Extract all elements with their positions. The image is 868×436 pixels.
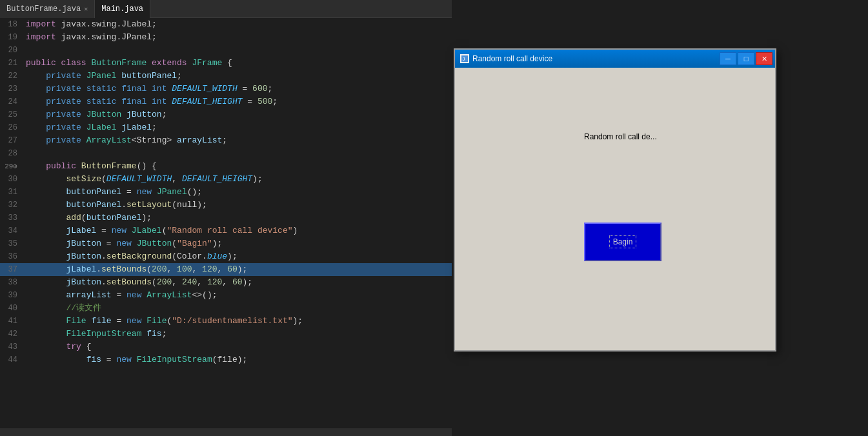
line-content: jButton = new JButton("Bagin"); bbox=[23, 237, 222, 250]
code-line: 25 private JButton jButton; bbox=[0, 108, 452, 121]
line-content: //读文件 bbox=[23, 302, 101, 315]
line-number: 37 bbox=[0, 263, 23, 276]
swing-title-buttons: ─ □ ✕ bbox=[720, 52, 772, 65]
swing-label: Random roll call de... bbox=[584, 132, 657, 141]
code-line: 32 buttonPanel.setLayout(null); bbox=[0, 199, 452, 212]
line-content: File file = new File("D:/studentnamelist… bbox=[23, 315, 303, 328]
line-number: 38 bbox=[0, 276, 23, 289]
line-number: 41 bbox=[0, 315, 23, 328]
line-content: public class ButtonFrame extends JFrame … bbox=[23, 57, 232, 70]
code-line: 22 private JPanel buttonPanel; bbox=[0, 70, 452, 83]
line-number: 43 bbox=[0, 341, 23, 353]
code-area: 18import javax.swing.JLabel;19import jav… bbox=[0, 18, 452, 423]
code-line: 29⊕ public ButtonFrame() { bbox=[0, 160, 452, 173]
code-line: 19import javax.swing.JPanel; bbox=[0, 31, 452, 44]
code-line: 33 add(buttonPanel); bbox=[0, 212, 452, 224]
line-content: private static final int DEFAULT_WIDTH =… bbox=[23, 83, 272, 95]
code-line: 41 File file = new File("D:/studentnamel… bbox=[0, 315, 452, 328]
code-line: 18import javax.swing.JLabel; bbox=[0, 18, 452, 31]
line-content: buttonPanel = new JPanel(); bbox=[23, 186, 202, 199]
line-number: 21 bbox=[0, 57, 23, 70]
line-number: 25 bbox=[0, 108, 23, 121]
line-number: 19 bbox=[0, 31, 23, 44]
line-number: 26 bbox=[0, 121, 23, 134]
line-content: jLabel.setBounds(200, 100, 120, 60); bbox=[23, 263, 247, 276]
line-content: setSize(DEFAULT_WIDTH, DEFAULT_HEIGHT); bbox=[23, 173, 263, 186]
tab-buttonframe-label: ButtonFrame.java bbox=[6, 5, 81, 14]
line-number: 30 bbox=[0, 173, 23, 186]
line-content: import javax.swing.JLabel; bbox=[23, 18, 157, 31]
line-content: private static final int DEFAULT_HEIGHT … bbox=[23, 95, 278, 108]
line-number: 44 bbox=[0, 353, 23, 366]
tab-buttonframe-close[interactable]: ✕ bbox=[84, 5, 88, 13]
line-content: private JPanel buttonPanel; bbox=[23, 70, 182, 83]
line-number: 22 bbox=[0, 70, 23, 83]
line-number: 27 bbox=[0, 134, 23, 147]
line-content: try { bbox=[23, 341, 91, 353]
tab-buttonframe[interactable]: ButtonFrame.java ✕ bbox=[0, 0, 95, 18]
swing-begin-button[interactable]: Bagin bbox=[584, 223, 661, 261]
line-content: private ArrayList<String> arrayList; bbox=[23, 134, 227, 147]
line-content: arrayList = new ArrayList<>(); bbox=[23, 289, 217, 302]
line-content: private JLabel jLabel; bbox=[23, 121, 157, 134]
swing-close-button[interactable]: ✕ bbox=[756, 52, 772, 65]
line-content: jLabel = new JLabel("Random roll call de… bbox=[23, 224, 298, 237]
line-number: 20 bbox=[0, 44, 23, 57]
line-content: fis = new FileInputStream(file); bbox=[23, 353, 247, 366]
tab-main[interactable]: Main.java bbox=[95, 0, 150, 18]
line-number: 40 bbox=[0, 302, 23, 315]
close-icon: ✕ bbox=[762, 55, 767, 63]
editor-panel: ButtonFrame.java ✕ Main.java 18import ja… bbox=[0, 0, 452, 436]
swing-content: Random roll call de... Bagin bbox=[455, 68, 775, 350]
line-number: 31 bbox=[0, 186, 23, 199]
line-number: 35 bbox=[0, 237, 23, 250]
swing-title-text: Random roll call device bbox=[472, 54, 552, 63]
line-content: FileInputStream fis; bbox=[23, 328, 167, 341]
code-line: 24 private static final int DEFAULT_HEIG… bbox=[0, 95, 452, 108]
line-number: 29⊕ bbox=[0, 160, 23, 173]
line-number: 23 bbox=[0, 83, 23, 95]
swing-minimize-button[interactable]: ─ bbox=[720, 52, 736, 65]
swing-maximize-button[interactable]: □ bbox=[738, 52, 754, 65]
line-number: 24 bbox=[0, 95, 23, 108]
line-number: 18 bbox=[0, 18, 23, 31]
code-line: 40 //读文件 bbox=[0, 302, 452, 315]
code-line: 36 jButton.setBackground(Color.blue); bbox=[0, 250, 452, 263]
swing-app-icon: J bbox=[460, 54, 469, 63]
line-content: jButton.setBounds(200, 240, 120, 60); bbox=[23, 276, 252, 289]
swing-begin-button-label: Bagin bbox=[609, 235, 637, 248]
line-number: 32 bbox=[0, 199, 23, 212]
line-number: 39 bbox=[0, 289, 23, 302]
horizontal-scrollbar[interactable] bbox=[0, 428, 452, 436]
svg-text:J: J bbox=[462, 56, 465, 62]
line-number: 28 bbox=[0, 147, 23, 160]
line-content: public ButtonFrame() { bbox=[23, 160, 157, 173]
line-number: 42 bbox=[0, 328, 23, 341]
code-line: 27 private ArrayList<String> arrayList; bbox=[0, 134, 452, 147]
line-content: add(buttonPanel); bbox=[23, 212, 152, 224]
code-line: 26 private JLabel jLabel; bbox=[0, 121, 452, 134]
swing-title-left: J Random roll call device bbox=[460, 54, 552, 63]
code-line: 28 bbox=[0, 147, 452, 160]
code-line: 34 jLabel = new JLabel("Random roll call… bbox=[0, 224, 452, 237]
code-line: 37 jLabel.setBounds(200, 100, 120, 60); bbox=[0, 263, 452, 276]
code-line: 35 jButton = new JButton("Bagin"); bbox=[0, 237, 452, 250]
tab-bar: ButtonFrame.java ✕ Main.java bbox=[0, 0, 452, 18]
minimize-icon: ─ bbox=[725, 55, 731, 63]
tab-main-label: Main.java bbox=[101, 5, 143, 14]
swing-window: J Random roll call device ─ □ ✕ Random r… bbox=[454, 48, 776, 352]
line-content: buttonPanel.setLayout(null); bbox=[23, 199, 207, 212]
line-content: private JButton jButton; bbox=[23, 108, 167, 121]
code-line: 31 buttonPanel = new JPanel(); bbox=[0, 186, 452, 199]
line-content: jButton.setBackground(Color.blue); bbox=[23, 250, 237, 263]
line-number: 34 bbox=[0, 224, 23, 237]
code-line: 39 arrayList = new ArrayList<>(); bbox=[0, 289, 452, 302]
code-lines: 18import javax.swing.JLabel;19import jav… bbox=[0, 18, 452, 366]
code-line: 38 jButton.setBounds(200, 240, 120, 60); bbox=[0, 276, 452, 289]
line-number: 33 bbox=[0, 212, 23, 224]
code-line: 23 private static final int DEFAULT_WIDT… bbox=[0, 83, 452, 95]
code-line: 30 setSize(DEFAULT_WIDTH, DEFAULT_HEIGHT… bbox=[0, 173, 452, 186]
code-line: 21public class ButtonFrame extends JFram… bbox=[0, 57, 452, 70]
swing-titlebar: J Random roll call device ─ □ ✕ bbox=[455, 50, 775, 68]
line-number: 36 bbox=[0, 250, 23, 263]
